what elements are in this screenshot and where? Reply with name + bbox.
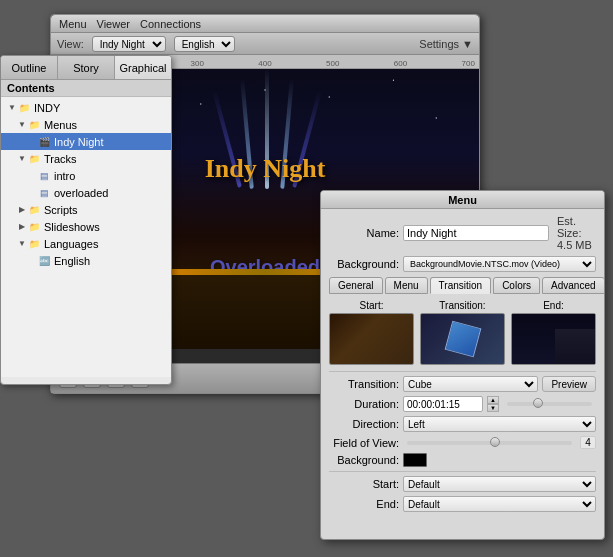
tab-viewer[interactable]: Viewer	[95, 18, 132, 30]
duration-slider[interactable]	[507, 402, 592, 406]
tab-outline[interactable]: Outline	[1, 56, 58, 79]
tree-label-english: English	[54, 255, 90, 267]
tree-arrow-indy-night	[27, 137, 37, 147]
lang-select[interactable]: English	[174, 36, 235, 52]
folder-icon-tracks: 📁	[27, 153, 41, 165]
tab-menu[interactable]: Menu	[385, 277, 428, 294]
tab-general[interactable]: General	[329, 277, 383, 294]
thumb-end: End:	[511, 300, 596, 365]
tree-item-languages[interactable]: 📁 Languages	[1, 235, 171, 252]
bg-color-swatch[interactable]	[403, 453, 427, 467]
duration-row: Duration: ▲ ▼	[329, 396, 596, 412]
tree-item-indy-night[interactable]: 🎬 Indy Night	[1, 133, 171, 150]
thumb-start-img[interactable]	[329, 313, 414, 365]
tab-menu[interactable]: Menu	[57, 18, 89, 30]
name-row: Name: Est. Size: 4.5 MB	[329, 215, 596, 251]
tree-item-overloaded[interactable]: ▤ overloaded	[1, 184, 171, 201]
tree-arrow-english	[27, 256, 37, 266]
tree-item-english[interactable]: 🔤 English	[1, 252, 171, 269]
stepper-down[interactable]: ▼	[487, 404, 499, 412]
duration-slider-thumb	[533, 398, 543, 408]
bgcolor-row: Background:	[329, 453, 596, 467]
direction-label: Direction:	[329, 418, 399, 430]
tree-item-intro[interactable]: ▤ intro	[1, 167, 171, 184]
fov-slider-thumb	[490, 437, 500, 447]
tree-label-menus: Menus	[44, 119, 77, 131]
view-label: View:	[57, 38, 84, 50]
tab-transition[interactable]: Transition	[430, 277, 492, 294]
contents-header: Contents	[1, 80, 171, 97]
preview-button[interactable]: Preview	[542, 376, 596, 392]
tab-graphical[interactable]: Graphical	[115, 56, 171, 79]
tree-item-scripts[interactable]: 📁 Scripts	[1, 201, 171, 218]
thumb-end-img[interactable]	[511, 313, 596, 365]
panel-tabs: General Menu Transition Colors Advanced	[329, 277, 596, 294]
outline-tabs: Outline Story Graphical	[1, 56, 171, 80]
tree-label-indy: INDY	[34, 102, 60, 114]
name-input[interactable]	[403, 225, 549, 241]
tree-item-tracks[interactable]: 📁 Tracks	[1, 150, 171, 167]
thumb-transition-img[interactable]	[420, 313, 505, 365]
start-label: Start:	[329, 478, 399, 490]
view-select[interactable]: Indy Night	[92, 36, 166, 52]
settings-button[interactable]: Settings ▼	[419, 38, 473, 50]
name-label: Name:	[329, 227, 399, 239]
tree-label-tracks: Tracks	[44, 153, 77, 165]
tree-label-scripts: Scripts	[44, 204, 78, 216]
bgcolor-label: Background:	[329, 454, 399, 466]
thumb-transition-label: Transition:	[420, 300, 505, 311]
tree-label-intro: intro	[54, 170, 75, 182]
thumb-end-label: End:	[511, 300, 596, 311]
transition-select[interactable]: Cube	[403, 376, 538, 392]
tree-label-indy-night: Indy Night	[54, 136, 104, 148]
tree-label-languages: Languages	[44, 238, 98, 250]
tree-label-slideshows: Slideshows	[44, 221, 100, 233]
tree-arrow-slideshows	[17, 222, 27, 232]
file-icon-overloaded: ▤	[37, 187, 51, 199]
title-bar-tabs: Menu Viewer Connections	[57, 18, 203, 30]
fov-slider[interactable]	[407, 441, 572, 445]
thumb-start-label: Start:	[329, 300, 414, 311]
tree-item-slideshows[interactable]: 📁 Slideshows	[1, 218, 171, 235]
tree-arrow-indy	[7, 103, 17, 113]
start-select[interactable]: Default	[403, 476, 596, 492]
menu-panel: Menu Name: Est. Size: 4.5 MB Background:…	[320, 190, 605, 540]
separator-2	[329, 471, 596, 472]
start-row: Start: Default	[329, 476, 596, 492]
menu-panel-title: Menu	[321, 191, 604, 209]
duration-label: Duration:	[329, 398, 399, 410]
background-select[interactable]: BackgroundMovie.NTSC.mov (Video)	[403, 256, 596, 272]
separator-1	[329, 371, 596, 372]
cube-shape	[444, 321, 481, 358]
background-label: Background:	[329, 258, 399, 270]
tree-item-menus[interactable]: 📁 Menus	[1, 116, 171, 133]
fov-value: 4	[580, 436, 596, 449]
end-row: End: Default	[329, 496, 596, 512]
tab-advanced[interactable]: Advanced	[542, 277, 604, 294]
tab-colors[interactable]: Colors	[493, 277, 540, 294]
tree-label-overloaded: overloaded	[54, 187, 108, 199]
thumbnail-strip: Start: Transition: End:	[329, 300, 596, 365]
file-icon-indy-night: 🎬	[37, 136, 51, 148]
tab-story[interactable]: Story	[58, 56, 115, 79]
folder-icon-languages: 📁	[27, 238, 41, 250]
tree-item-indy[interactable]: 📁 INDY	[1, 99, 171, 116]
transition-label: Transition:	[329, 378, 399, 390]
duration-stepper[interactable]: ▲ ▼	[487, 396, 499, 412]
direction-row: Direction: Left	[329, 416, 596, 432]
scene-title: Indy Night	[205, 154, 326, 184]
stepper-up[interactable]: ▲	[487, 396, 499, 404]
end-select[interactable]: Default	[403, 496, 596, 512]
direction-select[interactable]: Left	[403, 416, 596, 432]
folder-icon-scripts: 📁	[27, 204, 41, 216]
thumb-start: Start:	[329, 300, 414, 365]
background-row: Background: BackgroundMovie.NTSC.mov (Vi…	[329, 256, 596, 272]
tree-arrow-menus	[17, 120, 27, 130]
duration-input[interactable]	[403, 396, 483, 412]
tab-connections[interactable]: Connections	[138, 18, 203, 30]
est-size: Est. Size: 4.5 MB	[557, 215, 596, 251]
folder-icon-slideshows: 📁	[27, 221, 41, 233]
lang-icon-english: 🔤	[37, 255, 51, 267]
title-bar: Menu Viewer Connections	[51, 15, 479, 33]
file-icon-intro: ▤	[37, 170, 51, 182]
